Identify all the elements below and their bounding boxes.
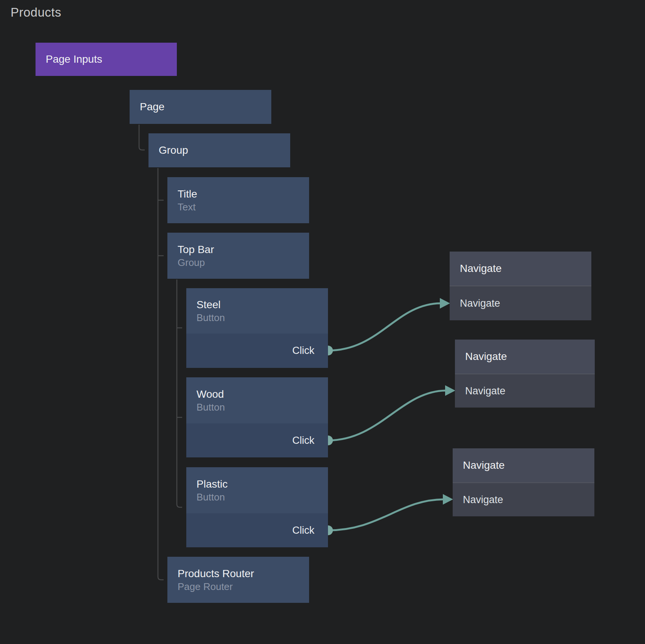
event-label: Click: [292, 345, 315, 357]
tree-line-group-children: [158, 168, 164, 580]
action-title: Navigate: [463, 459, 505, 471]
node-navigate-action-3[interactable]: Navigate Navigate: [453, 448, 594, 516]
node-navigate-action-1[interactable]: Navigate Navigate: [450, 252, 591, 320]
event-label: Click: [292, 435, 315, 446]
click-event-row[interactable]: Click: [186, 513, 328, 547]
node-page-inputs[interactable]: Page Inputs: [36, 43, 177, 76]
connection-steel-navigate[interactable]: [328, 303, 441, 351]
node-label: Page: [140, 101, 164, 113]
arrowhead-icon: [445, 385, 455, 396]
connection-plastic-navigate[interactable]: [328, 499, 444, 530]
tree-line-topbar-children: [177, 280, 182, 507]
click-event-row[interactable]: Click: [186, 334, 328, 368]
event-label: Click: [292, 525, 315, 536]
arrowhead-icon: [440, 298, 450, 309]
navigate-step-row[interactable]: Navigate: [450, 286, 591, 320]
action-header: Navigate: [453, 448, 594, 482]
node-group[interactable]: Group: [148, 133, 290, 167]
node-page[interactable]: Page: [130, 90, 271, 124]
node-type-label: Group: [178, 257, 309, 268]
node-label: Title: [178, 188, 309, 200]
action-step-label: Navigate: [460, 298, 500, 309]
action-header: Navigate: [450, 252, 591, 286]
node-type-label: Button: [196, 492, 328, 503]
action-title: Navigate: [460, 263, 502, 274]
tree-line-page-group: [139, 125, 145, 150]
navigate-step-row[interactable]: Navigate: [455, 374, 595, 408]
node-type-label: Page Router: [178, 581, 309, 592]
action-header: Navigate: [455, 340, 595, 374]
node-label: Page Inputs: [46, 53, 102, 65]
node-label: Top Bar: [178, 244, 309, 255]
node-label: Products Router: [178, 568, 309, 579]
node-label: Wood: [196, 388, 328, 400]
click-event-row[interactable]: Click: [186, 423, 328, 457]
node-label: Plastic: [196, 478, 328, 490]
node-type-label: Text: [178, 202, 309, 213]
node-main-section: Steel Button: [186, 288, 328, 334]
node-top-bar-group[interactable]: Top Bar Group: [167, 233, 309, 279]
node-type-label: Button: [196, 402, 328, 413]
node-type-label: Button: [196, 312, 328, 323]
node-products-router[interactable]: Products Router Page Router: [167, 557, 309, 603]
action-step-label: Navigate: [463, 494, 503, 505]
flow-canvas[interactable]: Products Page Inputs: [0, 0, 645, 644]
node-plastic-button[interactable]: Plastic Button Click: [186, 467, 328, 547]
node-label: Group: [159, 144, 188, 156]
node-main-section: Wood Button: [186, 377, 328, 423]
connection-wood-navigate[interactable]: [328, 391, 446, 440]
node-main-section: Plastic Button: [186, 467, 328, 513]
node-wood-button[interactable]: Wood Button Click: [186, 377, 328, 457]
node-label: Steel: [196, 299, 328, 310]
action-step-label: Navigate: [465, 385, 506, 397]
action-title: Navigate: [465, 351, 507, 362]
node-title-text[interactable]: Title Text: [167, 177, 309, 223]
navigate-step-row[interactable]: Navigate: [453, 482, 594, 516]
node-steel-button[interactable]: Steel Button Click: [186, 288, 328, 368]
node-navigate-action-2[interactable]: Navigate Navigate: [455, 340, 595, 408]
arrowhead-icon: [443, 494, 453, 505]
